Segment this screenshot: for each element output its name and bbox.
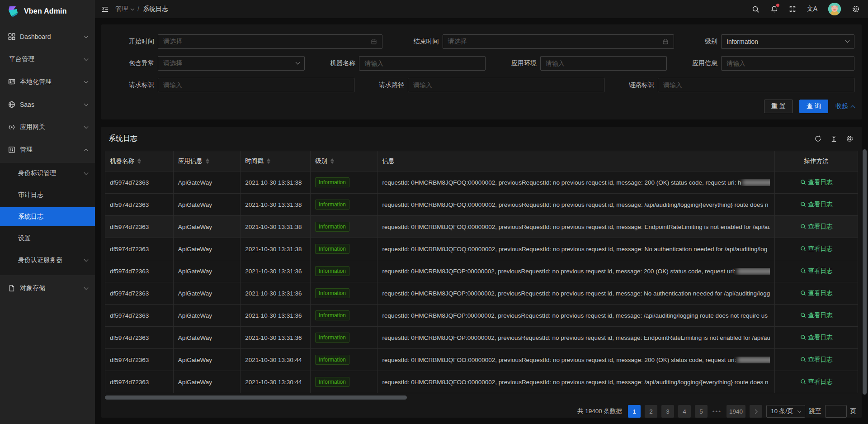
management-submenu: 身份标识管理 审计日志 系统日志 设置 身份认证服务器 xyxy=(0,163,95,275)
cell-machine: df5974d72363 xyxy=(105,238,174,260)
page-button-5[interactable]: 5 xyxy=(695,405,708,418)
next-page-button[interactable] xyxy=(750,405,762,418)
cell-message: requestId: 0HMCRBM8JQFOQ:00000002, previ… xyxy=(377,216,775,238)
page-button-4[interactable]: 4 xyxy=(678,405,691,418)
table-row: df5974d72363 ApiGateWay 2021-10-30 13:31… xyxy=(105,194,858,216)
chevron-down-icon xyxy=(84,171,89,175)
sidebar: Vben Admin Dashboard 平台管理 xyxy=(0,0,95,424)
app-logo[interactable]: Vben Admin xyxy=(0,0,95,23)
view-log-link[interactable]: 查看日志 xyxy=(800,333,833,342)
reset-button[interactable]: 重 置 xyxy=(764,100,793,113)
column-settings-gear-icon[interactable] xyxy=(846,135,854,143)
sidebar-item-dashboard[interactable]: Dashboard xyxy=(0,27,95,46)
chevron-down-icon xyxy=(842,41,849,42)
view-log-link[interactable]: 查看日志 xyxy=(800,200,833,209)
sort-icon[interactable] xyxy=(330,158,334,164)
chevron-down-icon xyxy=(84,57,89,61)
column-header-timestamp[interactable]: 时间戳 xyxy=(241,151,311,172)
page-button-2[interactable]: 2 xyxy=(645,405,657,418)
search-icon[interactable] xyxy=(752,5,760,13)
field-label: 开始时间 xyxy=(126,38,154,46)
field-label: 请求路径 xyxy=(376,81,404,89)
field-label: 链路标识 xyxy=(626,81,654,89)
translate-icon[interactable]: 文A xyxy=(807,5,817,13)
start-time-datepicker[interactable]: 请选择 xyxy=(158,34,382,49)
view-log-link[interactable]: 查看日志 xyxy=(800,223,833,231)
table-row: df5974d72363 ApiGateWay 2021-10-30 13:30… xyxy=(105,349,858,371)
sidebar-item-localization[interactable]: 本地化管理 xyxy=(0,72,95,91)
breadcrumb-root[interactable]: 管理 xyxy=(115,5,134,13)
app-env-input[interactable] xyxy=(540,56,667,71)
file-icon xyxy=(8,285,16,292)
level-select[interactable]: Information xyxy=(721,34,854,49)
search-button[interactable]: 查 询 xyxy=(799,100,828,113)
notification-bell-icon[interactable] xyxy=(770,5,778,13)
menu-fold-icon[interactable] xyxy=(101,5,109,13)
cell-actions: 查看日志 xyxy=(775,305,858,327)
column-header-machine[interactable]: 机器名称 xyxy=(105,151,174,172)
settings-gear-icon[interactable] xyxy=(852,5,860,13)
vertical-scrollbar-thumb[interactable] xyxy=(863,149,867,395)
sort-icon[interactable] xyxy=(267,158,270,164)
view-log-link[interactable]: 查看日志 xyxy=(800,178,833,186)
fullscreen-icon[interactable] xyxy=(789,5,796,13)
request-path-input[interactable] xyxy=(408,78,604,92)
page-button-3[interactable]: 3 xyxy=(661,405,674,418)
view-log-link[interactable]: 查看日志 xyxy=(800,311,833,319)
view-log-link[interactable]: 查看日志 xyxy=(800,267,833,275)
sidebar-item-gateway[interactable]: 应用网关 xyxy=(0,118,95,137)
cell-level: Information xyxy=(310,282,377,305)
column-header-level[interactable]: 级别 xyxy=(310,151,377,172)
page-button-last[interactable]: 1940 xyxy=(726,405,745,418)
localization-icon xyxy=(8,78,16,86)
collapse-label: 收起 xyxy=(835,102,848,110)
cell-actions: 查看日志 xyxy=(775,371,858,393)
sort-icon[interactable] xyxy=(206,158,209,164)
field-app-env: 应用环境 xyxy=(509,56,667,71)
sidebar-item-identity-server[interactable]: 身份认证服务器 xyxy=(0,251,95,270)
jump-page-input[interactable] xyxy=(825,405,847,418)
include-exception-select[interactable]: 请选择 xyxy=(158,56,305,71)
sidebar-item-saas[interactable]: Saas xyxy=(0,95,95,114)
collapse-link[interactable]: 收起 xyxy=(835,102,854,110)
trace-id-input[interactable] xyxy=(658,78,854,92)
refresh-icon[interactable] xyxy=(814,135,822,143)
sidebar-item-management[interactable]: 管理 xyxy=(0,140,95,159)
sidebar-item-audit-logs[interactable]: 审计日志 xyxy=(0,186,95,205)
app-info-input[interactable] xyxy=(721,56,854,71)
horizontal-scrollbar-thumb[interactable] xyxy=(105,395,407,400)
field-request-path: 请求路径 xyxy=(376,78,604,92)
sidebar-item-platform[interactable]: 平台管理 xyxy=(0,50,95,69)
field-start-time: 开始时间 请选择 xyxy=(112,34,382,49)
machine-name-input[interactable] xyxy=(359,56,486,71)
cell-message: requestId: 0HMCRBM8JQFOP:00000002, previ… xyxy=(377,305,775,327)
select-value: Information xyxy=(726,38,758,45)
topbar-actions: 文A xyxy=(752,3,860,15)
table-toolbar xyxy=(814,135,854,143)
end-time-datepicker[interactable]: 请选择 xyxy=(443,34,674,49)
sidebar-menu: Dashboard 平台管理 本地化管理 xyxy=(0,23,95,424)
filter-actions: 重 置 查 询 收起 xyxy=(112,100,854,113)
row-height-icon[interactable] xyxy=(830,135,838,143)
view-log-link[interactable]: 查看日志 xyxy=(800,378,833,386)
column-header-app[interactable]: 应用信息 xyxy=(173,151,241,172)
sort-icon[interactable] xyxy=(137,158,141,164)
cell-message: requestId: 0HMCRBM8JQFOQ:00000002, previ… xyxy=(377,238,775,260)
breadcrumb-separator: / xyxy=(137,5,139,13)
cell-machine: df5974d72363 xyxy=(105,349,174,371)
user-avatar[interactable] xyxy=(828,3,841,15)
field-end-time: 结束时间 请选择 xyxy=(411,34,674,49)
pagination-ellipsis[interactable]: ••• xyxy=(712,408,722,415)
request-id-input[interactable] xyxy=(158,78,354,92)
view-log-link[interactable]: 查看日志 xyxy=(800,356,833,364)
page-button-1[interactable]: 1 xyxy=(628,405,641,418)
sidebar-item-settings[interactable]: 设置 xyxy=(0,229,95,248)
view-log-link[interactable]: 查看日志 xyxy=(800,289,833,297)
page-size-select[interactable]: 10 条/页 xyxy=(766,405,805,418)
jump-prefix-label: 跳至 xyxy=(809,407,821,415)
sidebar-item-identity-management[interactable]: 身份标识管理 xyxy=(0,164,95,183)
placeholder-text: 请选择 xyxy=(163,38,182,46)
sidebar-item-object-storage[interactable]: 对象存储 xyxy=(0,279,95,298)
view-log-link[interactable]: 查看日志 xyxy=(800,245,833,253)
sidebar-item-system-logs[interactable]: 系统日志 xyxy=(0,207,95,226)
